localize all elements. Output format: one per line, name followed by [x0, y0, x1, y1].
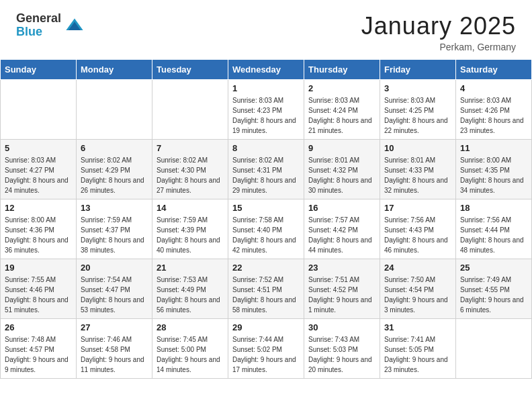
page-header: General Blue January 2025 Perkam, German…: [0, 0, 532, 59]
day-number: 30: [308, 322, 375, 332]
calendar-cell: 28Sunrise: 7:45 AMSunset: 5:00 PMDayligh…: [152, 319, 228, 379]
weekday-header: Saturday: [456, 60, 532, 80]
day-info: Sunrise: 8:03 AMSunset: 4:26 PMDaylight:…: [460, 95, 527, 136]
day-number: 21: [157, 263, 224, 273]
day-number: 12: [5, 203, 72, 213]
weekday-header: Friday: [380, 60, 456, 80]
day-info: Sunrise: 8:02 AMSunset: 4:31 PMDaylight:…: [232, 155, 300, 195]
day-number: 9: [308, 143, 375, 153]
calendar-week-row: 1Sunrise: 8:03 AMSunset: 4:23 PMDaylight…: [1, 80, 532, 140]
calendar-cell: 30Sunrise: 7:43 AMSunset: 5:03 PMDayligh…: [304, 319, 380, 379]
calendar-cell: 19Sunrise: 7:55 AMSunset: 4:46 PMDayligh…: [1, 259, 77, 319]
day-info: Sunrise: 8:02 AMSunset: 4:30 PMDaylight:…: [157, 155, 224, 195]
weekday-header: Monday: [77, 60, 152, 80]
day-info: Sunrise: 8:00 AMSunset: 4:36 PMDaylight:…: [5, 215, 72, 255]
location: Perkam, Germany: [361, 42, 516, 52]
calendar-cell: 9Sunrise: 8:01 AMSunset: 4:32 PMDaylight…: [304, 140, 380, 199]
day-info: Sunrise: 7:52 AMSunset: 4:51 PMDaylight:…: [232, 275, 300, 315]
calendar-cell: [152, 80, 228, 140]
day-number: 27: [81, 322, 148, 332]
calendar-week-row: 19Sunrise: 7:55 AMSunset: 4:46 PMDayligh…: [1, 259, 532, 319]
logo-icon: [65, 16, 84, 35]
calendar-cell: 23Sunrise: 7:51 AMSunset: 4:52 PMDayligh…: [304, 259, 380, 319]
day-info: Sunrise: 8:03 AMSunset: 4:23 PMDaylight:…: [232, 95, 300, 136]
day-info: Sunrise: 8:01 AMSunset: 4:33 PMDaylight:…: [384, 155, 451, 195]
calendar-cell: 26Sunrise: 7:48 AMSunset: 4:57 PMDayligh…: [1, 319, 77, 379]
day-number: 15: [232, 203, 300, 213]
calendar-cell: 1Sunrise: 8:03 AMSunset: 4:23 PMDaylight…: [228, 80, 304, 140]
day-info: Sunrise: 7:41 AMSunset: 5:05 PMDaylight:…: [384, 334, 451, 375]
day-info: Sunrise: 7:48 AMSunset: 4:57 PMDaylight:…: [5, 334, 72, 375]
day-info: Sunrise: 7:59 AMSunset: 4:39 PMDaylight:…: [157, 215, 224, 255]
title-block: January 2025 Perkam, Germany: [361, 12, 516, 52]
calendar-week-row: 26Sunrise: 7:48 AMSunset: 4:57 PMDayligh…: [1, 319, 532, 379]
calendar-week-row: 12Sunrise: 8:00 AMSunset: 4:36 PMDayligh…: [1, 199, 532, 259]
day-info: Sunrise: 7:50 AMSunset: 4:54 PMDaylight:…: [384, 275, 451, 315]
weekday-header: Tuesday: [152, 60, 228, 80]
day-info: Sunrise: 7:59 AMSunset: 4:37 PMDaylight:…: [81, 215, 148, 255]
month-title: January 2025: [361, 12, 516, 40]
calendar-cell: 14Sunrise: 7:59 AMSunset: 4:39 PMDayligh…: [152, 199, 228, 259]
day-info: Sunrise: 7:44 AMSunset: 5:02 PMDaylight:…: [232, 334, 300, 375]
calendar-cell: 27Sunrise: 7:46 AMSunset: 4:58 PMDayligh…: [77, 319, 152, 379]
calendar-cell: [1, 80, 77, 140]
weekday-header: Thursday: [304, 60, 380, 80]
day-number: 16: [308, 203, 375, 213]
calendar-cell: [77, 80, 152, 140]
day-number: 31: [384, 322, 451, 332]
day-number: 17: [384, 203, 451, 213]
day-info: Sunrise: 8:03 AMSunset: 4:25 PMDaylight:…: [384, 95, 451, 136]
day-number: 26: [5, 322, 72, 332]
calendar-cell: 5Sunrise: 8:03 AMSunset: 4:27 PMDaylight…: [1, 140, 77, 199]
weekday-header: Wednesday: [228, 60, 304, 80]
calendar-cell: 15Sunrise: 7:58 AMSunset: 4:40 PMDayligh…: [228, 199, 304, 259]
calendar-cell: 12Sunrise: 8:00 AMSunset: 4:36 PMDayligh…: [1, 199, 77, 259]
day-info: Sunrise: 7:56 AMSunset: 4:44 PMDaylight:…: [460, 215, 527, 255]
day-info: Sunrise: 7:58 AMSunset: 4:40 PMDaylight:…: [232, 215, 300, 255]
calendar-cell: 4Sunrise: 8:03 AMSunset: 4:26 PMDaylight…: [456, 80, 532, 140]
day-number: 14: [157, 203, 224, 213]
calendar-cell: [456, 319, 532, 379]
calendar-cell: 22Sunrise: 7:52 AMSunset: 4:51 PMDayligh…: [228, 259, 304, 319]
day-info: Sunrise: 7:55 AMSunset: 4:46 PMDaylight:…: [5, 275, 72, 315]
day-info: Sunrise: 8:02 AMSunset: 4:29 PMDaylight:…: [81, 155, 148, 195]
day-number: 25: [460, 263, 527, 273]
logo: General Blue: [16, 12, 84, 39]
day-number: 18: [460, 203, 527, 213]
calendar-cell: 6Sunrise: 8:02 AMSunset: 4:29 PMDaylight…: [77, 140, 152, 199]
day-info: Sunrise: 7:51 AMSunset: 4:52 PMDaylight:…: [308, 275, 375, 315]
day-number: 23: [308, 263, 375, 273]
day-number: 24: [384, 263, 451, 273]
calendar-cell: 25Sunrise: 7:49 AMSunset: 4:55 PMDayligh…: [456, 259, 532, 319]
day-number: 10: [384, 143, 451, 153]
day-info: Sunrise: 8:03 AMSunset: 4:27 PMDaylight:…: [5, 155, 72, 195]
day-info: Sunrise: 7:56 AMSunset: 4:43 PMDaylight:…: [384, 215, 451, 255]
calendar-cell: 18Sunrise: 7:56 AMSunset: 4:44 PMDayligh…: [456, 199, 532, 259]
logo-blue-text: Blue: [16, 26, 61, 39]
day-number: 29: [232, 322, 300, 332]
day-info: Sunrise: 7:53 AMSunset: 4:49 PMDaylight:…: [157, 275, 224, 315]
day-info: Sunrise: 8:03 AMSunset: 4:24 PMDaylight:…: [308, 95, 375, 136]
day-number: 11: [460, 143, 527, 153]
day-number: 7: [157, 143, 224, 153]
day-number: 13: [81, 203, 148, 213]
calendar-cell: 29Sunrise: 7:44 AMSunset: 5:02 PMDayligh…: [228, 319, 304, 379]
calendar-cell: 7Sunrise: 8:02 AMSunset: 4:30 PMDaylight…: [152, 140, 228, 199]
calendar-cell: 24Sunrise: 7:50 AMSunset: 4:54 PMDayligh…: [380, 259, 456, 319]
day-info: Sunrise: 7:49 AMSunset: 4:55 PMDaylight:…: [460, 275, 527, 315]
calendar-week-row: 5Sunrise: 8:03 AMSunset: 4:27 PMDaylight…: [1, 140, 532, 199]
calendar-cell: 13Sunrise: 7:59 AMSunset: 4:37 PMDayligh…: [77, 199, 152, 259]
calendar: SundayMondayTuesdayWednesdayThursdayFrid…: [0, 59, 532, 379]
weekday-header-row: SundayMondayTuesdayWednesdayThursdayFrid…: [1, 60, 532, 80]
day-info: Sunrise: 7:57 AMSunset: 4:42 PMDaylight:…: [308, 215, 375, 255]
calendar-cell: 8Sunrise: 8:02 AMSunset: 4:31 PMDaylight…: [228, 140, 304, 199]
calendar-cell: 3Sunrise: 8:03 AMSunset: 4:25 PMDaylight…: [380, 80, 456, 140]
day-number: 2: [308, 83, 375, 93]
calendar-cell: 2Sunrise: 8:03 AMSunset: 4:24 PMDaylight…: [304, 80, 380, 140]
day-info: Sunrise: 7:54 AMSunset: 4:47 PMDaylight:…: [81, 275, 148, 315]
weekday-header: Sunday: [1, 60, 77, 80]
calendar-cell: 10Sunrise: 8:01 AMSunset: 4:33 PMDayligh…: [380, 140, 456, 199]
day-number: 20: [81, 263, 148, 273]
calendar-cell: 20Sunrise: 7:54 AMSunset: 4:47 PMDayligh…: [77, 259, 152, 319]
day-number: 8: [232, 143, 300, 153]
